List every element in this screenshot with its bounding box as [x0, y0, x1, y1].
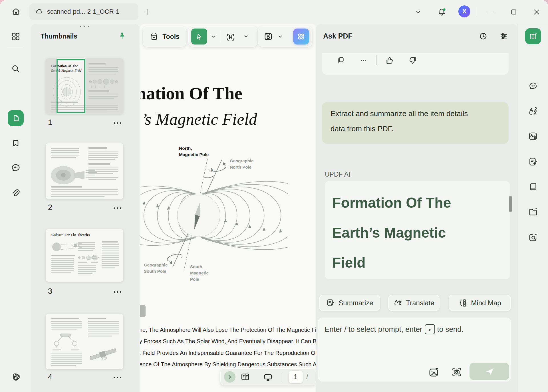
sidebar-divider: [7, 48, 24, 48]
rail-item-ai-search[interactable]: [525, 230, 541, 246]
pin-panel-button[interactable]: [116, 30, 128, 42]
thumbnail-4-menu[interactable]: [114, 377, 121, 378]
placeholder-after: to send.: [437, 325, 464, 334]
copy-button[interactable]: [336, 56, 345, 65]
svg-text:Geographic: Geographic: [144, 262, 168, 267]
sidebar-item-apps[interactable]: [8, 29, 24, 45]
placeholder-before: Enter / to select prompt, enter: [325, 325, 422, 334]
page-number-input[interactable]: 1: [289, 371, 303, 383]
cloud-icon: [35, 8, 43, 16]
ai-sparkle-icon: [296, 31, 306, 42]
rail-item-image-translate[interactable]: [525, 128, 541, 144]
two-page-view-button[interactable]: [240, 372, 250, 382]
screenshot-button[interactable]: [450, 366, 463, 378]
ask-pdf-book-icon: [528, 31, 538, 41]
select-tool-dropdown[interactable]: [210, 33, 217, 40]
rail-item-translate[interactable]: [525, 104, 541, 120]
left-sidebar: [0, 24, 31, 392]
prompt-input[interactable]: Enter / to select prompt, enter to send.: [318, 318, 511, 381]
thumbs-down-button[interactable]: [408, 56, 417, 65]
document-tab[interactable]: scanned-pd...-2-1_OCR-1: [29, 3, 138, 20]
body-text-line3: : Field Provides An Indispensable Guaran…: [140, 350, 316, 356]
previous-message-card: [322, 53, 509, 75]
message-actions-divider: [376, 55, 377, 65]
heading-tool-dropdown[interactable]: [242, 33, 250, 40]
save-dropdown[interactable]: [277, 33, 284, 40]
clock-history-icon: [478, 31, 488, 41]
chat-settings-button[interactable]: [497, 30, 510, 43]
heading-icon: [225, 31, 236, 43]
save-button[interactable]: [263, 31, 274, 42]
sidebar-item-search[interactable]: [8, 61, 24, 77]
thumbnail-page-3[interactable]: Evidence For The Theories: [46, 229, 123, 282]
sidebar-item-comments[interactable]: [8, 159, 24, 175]
sidebar-item-themes[interactable]: [8, 369, 24, 385]
summarize-button[interactable]: Summarize: [319, 295, 380, 311]
more-options-button[interactable]: [359, 56, 368, 65]
thumbnail-page-2[interactable]: [46, 143, 123, 199]
search-icon: [11, 64, 21, 74]
chevron-down-icon: [277, 33, 284, 40]
save-ai-group: [258, 26, 312, 47]
tab-list-button[interactable]: [411, 5, 425, 19]
translate-button[interactable]: Translate: [388, 295, 440, 311]
thumbnail-page-1[interactable]: Formation Of The Earth’s Magnetic Field: [46, 58, 123, 114]
pin-icon: [118, 31, 127, 41]
image-sparkle-icon: [428, 366, 440, 378]
thumbs-up-button[interactable]: [385, 56, 394, 65]
sidebar-item-attachments[interactable]: [8, 185, 24, 201]
rail-item-ask-pdf[interactable]: [525, 28, 541, 44]
send-button[interactable]: [470, 363, 509, 380]
heading-tool-button[interactable]: [225, 31, 236, 43]
thumbs-down-icon: [408, 56, 417, 65]
presentation-icon: [263, 372, 273, 382]
panel-drag-handle[interactable]: [80, 26, 89, 27]
prompt-placeholder: Enter / to select prompt, enter to send.: [325, 324, 464, 334]
rail-item-ai-summary[interactable]: [525, 154, 541, 170]
right-sidebar: [517, 24, 548, 392]
thumbnail-1-menu[interactable]: [114, 122, 121, 124]
comment-icon: [11, 162, 21, 173]
rail-item-ai-chat[interactable]: [525, 78, 541, 94]
plus-icon: [144, 8, 152, 16]
attach-image-button[interactable]: [428, 366, 440, 378]
chat-history-button[interactable]: [477, 30, 490, 43]
thumbnail-page-4[interactable]: [46, 314, 123, 369]
close-icon: [532, 8, 541, 16]
horizontal-scroll-handle[interactable]: [140, 305, 146, 317]
notifications-button[interactable]: [435, 5, 449, 19]
select-tool-group: [188, 26, 257, 47]
rail-item-ai-files[interactable]: [525, 204, 541, 220]
bell-icon: [437, 7, 447, 17]
ai-response-card: Formation Of The Earth’s Magnetic Field: [325, 181, 510, 279]
minimize-button[interactable]: [484, 5, 498, 19]
ai-assistant-button[interactable]: [293, 29, 309, 45]
home-icon: [11, 7, 21, 17]
mind-map-button[interactable]: Mind Map: [449, 295, 511, 311]
select-tool-button[interactable]: [191, 29, 207, 45]
thumbnails-panel: Thumbnails Formation Of The Earth’s Magn…: [31, 24, 139, 392]
home-button[interactable]: [8, 4, 24, 20]
maximize-button[interactable]: [507, 5, 521, 19]
chat-scrollbar-thumb[interactable]: [509, 196, 512, 212]
thumbnail-3-menu[interactable]: [114, 291, 121, 293]
presentation-button[interactable]: [263, 372, 273, 382]
grid-icon: [11, 32, 21, 41]
new-tab-button[interactable]: [142, 6, 154, 18]
tools-label: Tools: [162, 33, 180, 41]
body-text-line1: ne, The Atmosphere Will Also Lose The Pr…: [140, 327, 316, 333]
rail-item-reading-mode[interactable]: [525, 179, 541, 195]
thumbnails-panel-title: Thumbnails: [41, 33, 77, 40]
thumbnail-2-menu[interactable]: [114, 207, 121, 209]
document-icon: [11, 114, 20, 123]
close-button[interactable]: [530, 5, 543, 19]
user-message-bubble: Extract and summarize all the item detai…: [322, 102, 509, 144]
avatar[interactable]: X: [458, 5, 470, 17]
tools-button[interactable]: Tools: [143, 26, 186, 47]
titlebar-divider: [476, 7, 476, 17]
ai-sender-label: UPDF AI: [325, 171, 350, 178]
sidebar-item-thumbnails[interactable]: [8, 110, 24, 126]
expand-panel-button[interactable]: [224, 371, 235, 383]
sidebar-item-bookmarks[interactable]: [8, 135, 24, 151]
camera-scan-icon: [451, 366, 462, 378]
